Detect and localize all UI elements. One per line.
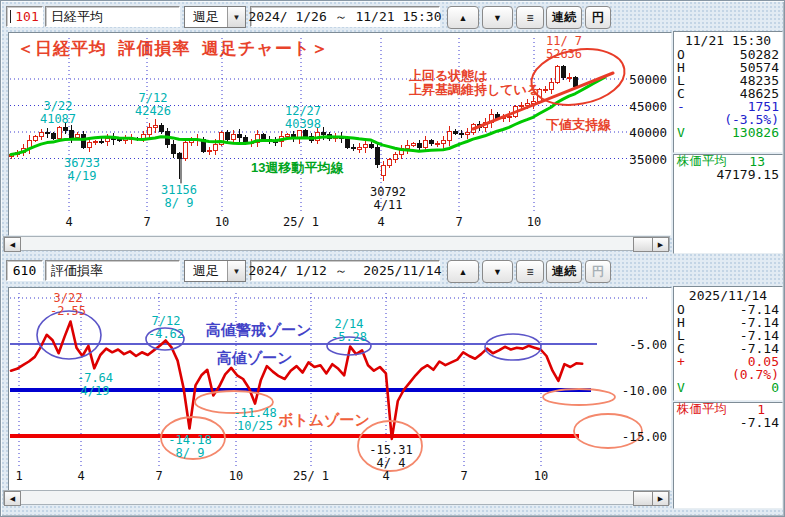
chart-annotation: ボトムゾーン (278, 412, 370, 428)
x-tick-label: 7 (125, 215, 169, 229)
scroll-left-icon[interactable]: ◀ (4, 491, 21, 506)
y-tick-label: 35000 (629, 152, 667, 167)
x-tick-label: 1 (0, 469, 41, 483)
average-value-row: -7.14 (674, 416, 782, 429)
loss-ratio-chart-plot: 1471025/ 14710-5.00-10.00-15.003/22 -2.5… (8, 287, 672, 491)
chart1-prev-button[interactable]: ▲ (447, 6, 479, 29)
chart2-code-field[interactable]: 610 (6, 260, 43, 281)
chart2-continuous-button[interactable]: 連続 (546, 260, 582, 283)
chart1-date-range: 2024/ 1/26 ～ 11/21 15:30 (250, 6, 440, 27)
y-tick-label: 40000 (629, 125, 667, 140)
chart2-next-button[interactable]: ▼ (482, 260, 513, 283)
y-tick-label: 50000 (629, 72, 667, 87)
x-tick-label: 4 (59, 469, 103, 483)
chart1-scrollbar[interactable]: ◀ ▶ (3, 236, 670, 251)
chart1-toolbar: 101 日経平均 週足 ▼ 2024/ 1/26 ～ 11/21 15:30 ▲… (1, 4, 671, 30)
chart-annotation: 下値支持線 (546, 118, 611, 132)
x-tick-label: 4 (359, 215, 403, 229)
scroll-right-icon[interactable]: ▶ (652, 237, 669, 252)
x-tick-label: 10 (519, 469, 563, 483)
x-tick-label: 4 (47, 215, 91, 229)
chevron-down-icon[interactable]: ▼ (227, 261, 245, 281)
y-tick-label: -5.00 (629, 337, 667, 352)
quote-volume-row: V130826 (674, 126, 782, 139)
chart2-menu-button[interactable]: ≡ (516, 260, 544, 283)
chart1-code-field[interactable]: 101 (6, 6, 43, 27)
chart-annotation: -15.31 4/ 4 (331, 444, 451, 470)
quote-volume-row: V0 (674, 381, 782, 394)
quote-date: 11/21 15:30 (674, 32, 782, 48)
candlestick-chart-plot: ＜日経平均 評価損率 週足チャート＞ 471025/ 1471050000450… (8, 32, 672, 236)
chart2-scrollbar[interactable]: ◀ ▶ (3, 490, 670, 505)
period-value: 週足 (185, 7, 227, 27)
x-tick-label: 10 (512, 215, 556, 229)
chart-annotation: 11/ 7 52636 (504, 35, 624, 61)
x-tick-label: 25/ 1 (289, 469, 333, 483)
quote-panel-top: 11/21 15:30 O50282 H50574 L48235 C48625 … (673, 31, 783, 153)
chart-annotation: 36733 4/19 (22, 157, 142, 183)
chart-annotation: 31156 8/ 9 (119, 184, 239, 210)
chart1-name-display: 日経平均 (45, 6, 180, 27)
quote-panel-bottom: 2025/11/14 O-7.14 H-7.14 L-7.14 C-7.14 +… (673, 286, 783, 401)
chart-annotation: 30792 4/11 (328, 186, 448, 212)
chart1-continuous-button[interactable]: 連続 (546, 6, 582, 29)
average-value-row: 47179.15 (674, 168, 782, 181)
x-tick-label: 10 (214, 469, 258, 483)
x-tick-label: 7 (437, 215, 481, 229)
chart2-yen-button: 円 (585, 260, 611, 283)
average-panel-top: 株価平均13 47179.15 (673, 154, 783, 254)
chart2-name-display: 評価損率 (45, 260, 180, 281)
chevron-down-icon[interactable]: ▼ (227, 7, 245, 27)
y-tick-label: -10.00 (622, 383, 667, 398)
scroll-right-icon[interactable]: ▶ (652, 491, 669, 506)
quote-change-pct-row: (0.7%) (674, 368, 782, 381)
y-tick-label: 45000 (629, 99, 667, 114)
chart1-yen-button[interactable]: 円 (585, 6, 611, 29)
period-value: 週足 (185, 261, 227, 281)
chart-annotation: -7.64 4/19 (35, 372, 155, 398)
scroll-left-icon[interactable]: ◀ (4, 237, 21, 252)
chart-annotation: 高値ゾーン (217, 350, 293, 366)
chart1-period-select[interactable]: 週足 ▼ (184, 6, 246, 28)
x-tick-label: 7 (137, 469, 181, 483)
chart2-period-select[interactable]: 週足 ▼ (184, 260, 246, 282)
chart2-date-range: 2024/ 1/12 ～ 2025/11/14 (250, 260, 440, 281)
x-tick-label: 7 (442, 469, 486, 483)
chart-annotation: 高値警戒ゾーン (206, 322, 312, 338)
y-tick-label: -15.00 (622, 429, 667, 444)
x-tick-label: 25/ 1 (279, 215, 323, 229)
text-caret (10, 10, 11, 23)
chart-annotation: 7/12 42426 (93, 92, 213, 118)
chart-annotation: 13週移動平均線 (251, 161, 343, 175)
chart2-prev-button[interactable]: ▲ (447, 260, 479, 283)
chart1-next-button[interactable]: ▼ (482, 6, 513, 29)
chart-annotation: 12/27 40398 (243, 105, 363, 131)
chart2-toolbar: 610 評価損率 週足 ▼ 2024/ 1/12 ～ 2025/11/14 ▲ … (1, 258, 671, 284)
quote-date: 2025/11/14 (674, 287, 782, 303)
average-panel-bottom: 株価平均1 -7.14 (673, 402, 783, 509)
x-tick-label: 4 (364, 469, 408, 483)
chart-window: 101 日経平均 週足 ▼ 2024/ 1/26 ～ 11/21 15:30 ▲… (0, 0, 785, 517)
chart1-menu-button[interactable]: ≡ (516, 6, 544, 29)
chart-annotation: 上回る状態は 上昇基調維持している (409, 69, 540, 97)
x-tick-label: 10 (200, 215, 244, 229)
chart-annotation: -14.18 8/ 9 (130, 434, 250, 460)
